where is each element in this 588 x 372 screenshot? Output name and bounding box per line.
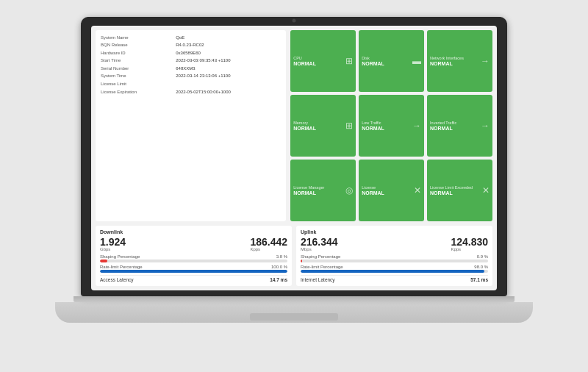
status-card-value: NORMAL [430,61,464,66]
downlink-ratelimit-label: Rate-limit Percentage [100,265,143,269]
uplink-latency-label: Internet Latency [301,277,335,282]
downlink-metrics-row: 1.924 Gbps 186.442 Kpps [100,237,287,251]
table-row: BQN Release R4.0.23-RC02 [100,42,282,50]
table-row: License Limit [100,81,282,89]
uplink-metrics-row: 216.344 Mbps 124.830 Kpps [301,237,488,251]
uplink-title: Uplink [301,229,488,235]
table-row: System Name QoE [100,34,282,42]
status-card-text: Memory NORMAL [293,121,316,131]
status-card-title: License Limit Exceeded [430,185,473,190]
top-section: System Name QoE BQN Release R4.0.23-RC02… [91,26,497,226]
uplink-ratelimit-bar-bg [301,270,488,273]
laptop-base [55,302,533,323]
status-card-memory: Memory NORMAL ⊞ [290,95,356,157]
uplink-ratelimit-label: Rate-limit Percentage [301,265,343,269]
system-info-panel: System Name QoE BQN Release R4.0.23-RC02… [96,30,286,221]
value-start: 2022-03-03 09:35:43 +1100 [175,57,282,65]
status-card-low-traffic: Low Traffic NORMAL → [359,95,424,157]
status-card-license-limit-exceeded: License Limit Exceeded NORMAL ✕ [427,160,492,221]
value-system-name: QoE [175,34,282,42]
status-card-title: Memory [293,121,316,126]
downlink-shaping-label-row: Shaping Percentage 3.8 % [100,254,287,259]
value-bqn: R4.0.23-RC02 [175,42,282,50]
uplink-primary-value: 216.344 [301,237,338,247]
downlink-secondary-value: 186.442 [250,237,287,247]
status-card-value: NORMAL [293,190,324,196]
downlink-shaping-bar-fill [100,260,107,262]
label-serial: Serial Number [100,65,175,73]
status-card-text: Low Traffic NORMAL [362,121,384,131]
value-system-time: 2022-03-14 23:13:06 +1100 [175,73,282,81]
downlink-ratelimit-value: 100.0 % [271,265,287,269]
status-card-value: NORMAL [430,126,456,131]
status-card-icon: → [481,56,490,66]
uplink-progress-section: Shaping Percentage 0.9 % Rate-limit Perc… [301,254,488,273]
downlink-shaping-value: 3.8 % [276,254,287,259]
uplink-primary-unit: Mbps [301,247,338,251]
uplink-shaping-bar-fill [301,260,302,262]
downlink-latency-row: Access Latency 14.7 ms [100,275,287,282]
label-start: Start Time [100,57,175,65]
camera-dot [293,19,296,23]
status-card-title: CPU [293,56,316,61]
label-system-name: System Name [100,34,175,42]
status-card-text: License NORMAL [362,185,384,196]
status-card-license-manager: License Manager NORMAL ◎ [290,160,356,221]
status-card-disk: Disk NORMAL ▬ [359,30,424,92]
status-card-value: NORMAL [293,126,316,131]
label-license-exp: License Expiration [100,88,175,96]
uplink-secondary-value: 124.830 [451,237,488,247]
uplink-primary-block: 216.344 Mbps [301,237,338,251]
uplink-latency-row: Internet Latency 57.1 ms [301,275,488,282]
uplink-panel: Uplink 216.344 Mbps 124.830 Kpps [296,226,492,286]
status-card-text: Disk NORMAL [362,56,384,66]
value-license-exp: 2022-05-02T15:00:00+1000 [175,88,282,96]
status-card-title: License Manager [293,185,324,190]
status-card-value: NORMAL [293,61,316,66]
downlink-primary-unit: Gbps [100,247,126,251]
label-bqn: BQN Release [100,42,175,50]
downlink-shaping-label: Shaping Percentage [100,254,140,259]
uplink-secondary-block: 124.830 Kpps [451,237,488,251]
downlink-ratelimit-bar-bg [100,270,287,273]
table-row: Hardware ID 0x36589E60 [100,49,282,57]
status-card-icon: ▬ [412,56,421,66]
status-card-title: License [362,185,384,190]
downlink-latency-label: Access Latency [100,277,134,282]
uplink-shaping-value: 0.9 % [477,254,488,259]
downlink-latency-value: 14.7 ms [270,277,287,282]
uplink-ratelimit-bar-fill [301,270,484,273]
status-card-network-interfaces: Network Interfaces NORMAL → [427,30,492,92]
downlink-progress-section: Shaping Percentage 3.8 % Rate-limit Perc… [100,254,287,273]
uplink-ratelimit-value: 98.0 % [474,265,488,269]
status-card-value: NORMAL [430,190,473,196]
uplink-shaping-label: Shaping Percentage [301,254,340,259]
downlink-panel: Downlink 1.924 Gbps 186.442 Kpps [96,226,292,286]
touchpad [250,313,338,321]
downlink-secondary-block: 186.442 Kpps [250,237,287,251]
status-card-inverted-traffic: Inverted Traffic NORMAL → [427,95,492,157]
status-card-icon: ◎ [345,185,353,196]
status-card-text: Inverted Traffic NORMAL [430,121,456,131]
status-card-icon: ⊞ [345,121,353,131]
status-card-title: Inverted Traffic [430,121,456,126]
bottom-section: Downlink 1.924 Gbps 186.442 Kpps [91,226,497,290]
downlink-ratelimit-bar-fill [100,270,287,273]
status-card-text: CPU NORMAL [293,56,316,66]
label-license-limit: License Limit [100,81,175,89]
uplink-shaping-bar-bg [301,260,488,262]
uplink-latency-value: 57.1 ms [470,277,488,282]
dashboard: System Name QoE BQN Release R4.0.23-RC02… [91,26,497,290]
uplink-shaping-label-row: Shaping Percentage 0.9 % [301,254,488,259]
camera-bezel [81,17,507,24]
status-card-text: Network Interfaces NORMAL [430,56,464,66]
value-hardware: 0x36589E60 [175,49,282,57]
table-row: Serial Number 648XXM3 [100,65,282,73]
table-row: License Expiration 2022-05-02T15:00:00+1… [100,88,282,96]
downlink-primary-block: 1.924 Gbps [100,237,126,251]
status-card-text: License Limit Exceeded NORMAL [430,185,473,196]
system-info-table: System Name QoE BQN Release R4.0.23-RC02… [100,34,282,96]
uplink-ratelimit-label-row: Rate-limit Percentage 98.0 % [301,265,488,269]
downlink-primary-value: 1.924 [100,237,126,247]
status-card-icon: → [481,121,490,131]
